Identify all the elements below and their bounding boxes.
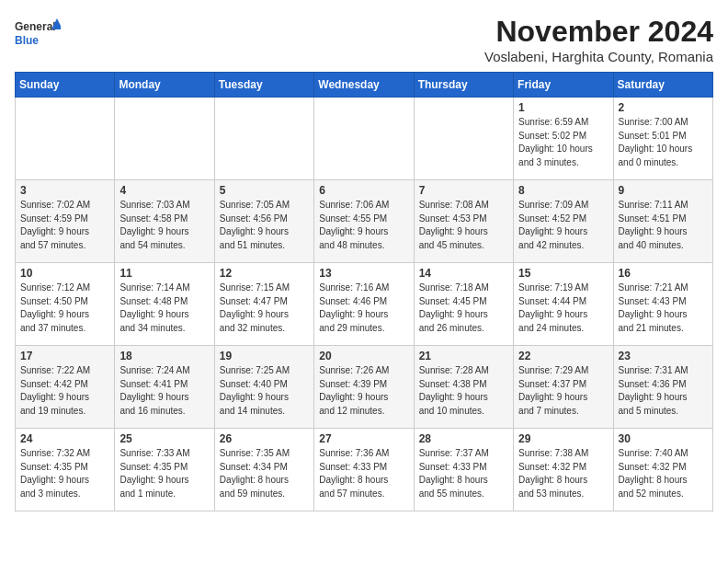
day-number: 23 (619, 350, 708, 362)
day-number: 9 (619, 184, 708, 197)
day-info: Sunrise: 7:35 AM Sunset: 4:34 PM Dayligh… (220, 447, 309, 500)
day-info: Sunrise: 7:26 AM Sunset: 4:39 PM Dayligh… (319, 364, 408, 418)
day-number: 19 (220, 350, 309, 362)
day-number: 22 (518, 350, 608, 362)
calendar-cell: 13Sunrise: 7:16 AM Sunset: 4:46 PM Dayli… (314, 263, 414, 346)
day-info: Sunrise: 7:36 AM Sunset: 4:33 PM Dayligh… (319, 447, 408, 500)
weekday-header: Saturday (613, 73, 712, 98)
day-number: 12 (220, 267, 309, 280)
day-number: 7 (419, 184, 508, 197)
day-info: Sunrise: 7:09 AM Sunset: 4:52 PM Dayligh… (518, 199, 608, 252)
day-info: Sunrise: 7:28 AM Sunset: 4:38 PM Dayligh… (419, 364, 508, 418)
calendar-cell: 21Sunrise: 7:28 AM Sunset: 4:38 PM Dayli… (414, 346, 513, 429)
day-number: 20 (319, 350, 408, 362)
day-info: Sunrise: 7:37 AM Sunset: 4:33 PM Dayligh… (419, 447, 508, 500)
day-number: 16 (619, 267, 708, 280)
day-number: 4 (119, 184, 209, 197)
day-info: Sunrise: 7:40 AM Sunset: 4:32 PM Dayligh… (619, 447, 708, 500)
calendar-cell: 8Sunrise: 7:09 AM Sunset: 4:52 PM Daylig… (514, 180, 613, 263)
day-info: Sunrise: 7:00 AM Sunset: 5:01 PM Dayligh… (619, 116, 708, 169)
day-info: Sunrise: 7:15 AM Sunset: 4:47 PM Dayligh… (220, 282, 309, 335)
calendar-week-row: 24Sunrise: 7:32 AM Sunset: 4:35 PM Dayli… (16, 429, 713, 511)
day-number: 6 (319, 184, 408, 197)
calendar-week-row: 1Sunrise: 6:59 AM Sunset: 5:02 PM Daylig… (16, 98, 713, 180)
weekday-header: Sunday (16, 73, 115, 98)
calendar-cell: 19Sunrise: 7:25 AM Sunset: 4:40 PM Dayli… (214, 346, 313, 429)
month-title: November 2024 (484, 15, 713, 49)
calendar-cell: 26Sunrise: 7:35 AM Sunset: 4:34 PM Dayli… (214, 429, 313, 511)
calendar-cell: 18Sunrise: 7:24 AM Sunset: 4:41 PM Dayli… (115, 346, 214, 429)
calendar-cell: 4Sunrise: 7:03 AM Sunset: 4:58 PM Daylig… (115, 180, 214, 263)
calendar-cell (115, 98, 214, 180)
weekday-header: Friday (514, 73, 613, 98)
day-number: 2 (619, 101, 708, 114)
day-info: Sunrise: 7:29 AM Sunset: 4:37 PM Dayligh… (518, 364, 608, 418)
calendar-cell (214, 98, 313, 180)
calendar-cell: 6Sunrise: 7:06 AM Sunset: 4:55 PM Daylig… (314, 180, 414, 263)
calendar-cell: 20Sunrise: 7:26 AM Sunset: 4:39 PM Dayli… (314, 346, 414, 429)
day-info: Sunrise: 7:18 AM Sunset: 4:45 PM Dayligh… (419, 282, 508, 335)
calendar-cell: 14Sunrise: 7:18 AM Sunset: 4:45 PM Dayli… (414, 263, 513, 346)
day-info: Sunrise: 7:12 AM Sunset: 4:50 PM Dayligh… (20, 282, 109, 335)
day-number: 17 (20, 350, 109, 362)
day-number: 29 (518, 432, 608, 445)
day-number: 26 (220, 432, 309, 445)
weekday-header: Thursday (414, 73, 513, 98)
calendar-cell: 9Sunrise: 7:11 AM Sunset: 4:51 PM Daylig… (613, 180, 712, 263)
calendar-week-row: 17Sunrise: 7:22 AM Sunset: 4:42 PM Dayli… (16, 346, 713, 429)
weekday-header: Wednesday (314, 73, 414, 98)
day-info: Sunrise: 7:02 AM Sunset: 4:59 PM Dayligh… (20, 199, 109, 252)
weekday-header: Tuesday (214, 73, 313, 98)
calendar-cell: 22Sunrise: 7:29 AM Sunset: 4:37 PM Dayli… (514, 346, 613, 429)
day-info: Sunrise: 7:24 AM Sunset: 4:41 PM Dayligh… (119, 364, 209, 418)
calendar-cell: 25Sunrise: 7:33 AM Sunset: 4:35 PM Dayli… (115, 429, 214, 511)
day-info: Sunrise: 7:21 AM Sunset: 4:43 PM Dayligh… (619, 282, 708, 335)
day-number: 27 (319, 432, 408, 445)
day-info: Sunrise: 7:33 AM Sunset: 4:35 PM Dayligh… (119, 447, 209, 500)
calendar-cell: 2Sunrise: 7:00 AM Sunset: 5:01 PM Daylig… (613, 98, 712, 180)
day-number: 24 (20, 432, 109, 445)
calendar-cell: 11Sunrise: 7:14 AM Sunset: 4:48 PM Dayli… (115, 263, 214, 346)
day-info: Sunrise: 6:59 AM Sunset: 5:02 PM Dayligh… (518, 116, 608, 169)
calendar-cell (16, 98, 115, 180)
calendar-cell: 3Sunrise: 7:02 AM Sunset: 4:59 PM Daylig… (16, 180, 115, 263)
calendar-cell (314, 98, 414, 180)
day-number: 21 (419, 350, 508, 362)
day-info: Sunrise: 7:31 AM Sunset: 4:36 PM Dayligh… (619, 364, 708, 418)
calendar-cell: 29Sunrise: 7:38 AM Sunset: 4:32 PM Dayli… (514, 429, 613, 511)
calendar-table: SundayMondayTuesdayWednesdayThursdayFrid… (15, 72, 713, 511)
title-block: November 2024 Voslabeni, Harghita County… (484, 15, 713, 64)
day-info: Sunrise: 7:38 AM Sunset: 4:32 PM Dayligh… (518, 447, 608, 500)
day-number: 18 (119, 350, 209, 362)
day-number: 11 (119, 267, 209, 280)
day-number: 15 (518, 267, 608, 280)
day-number: 30 (619, 432, 708, 445)
calendar-cell: 5Sunrise: 7:05 AM Sunset: 4:56 PM Daylig… (214, 180, 313, 263)
calendar-cell: 23Sunrise: 7:31 AM Sunset: 4:36 PM Dayli… (613, 346, 712, 429)
day-number: 13 (319, 267, 408, 280)
calendar-week-row: 3Sunrise: 7:02 AM Sunset: 4:59 PM Daylig… (16, 180, 713, 263)
page-header: General Blue November 2024 Voslabeni, Ha… (15, 15, 713, 64)
day-number: 5 (220, 184, 309, 197)
calendar-cell: 15Sunrise: 7:19 AM Sunset: 4:44 PM Dayli… (514, 263, 613, 346)
day-number: 14 (419, 267, 508, 280)
day-info: Sunrise: 7:05 AM Sunset: 4:56 PM Dayligh… (220, 199, 309, 252)
calendar-cell: 16Sunrise: 7:21 AM Sunset: 4:43 PM Dayli… (613, 263, 712, 346)
calendar-cell: 1Sunrise: 6:59 AM Sunset: 5:02 PM Daylig… (514, 98, 613, 180)
calendar-cell: 30Sunrise: 7:40 AM Sunset: 4:32 PM Dayli… (613, 429, 712, 511)
weekday-header: Monday (115, 73, 214, 98)
day-info: Sunrise: 7:08 AM Sunset: 4:53 PM Dayligh… (419, 199, 508, 252)
day-number: 25 (119, 432, 209, 445)
calendar-cell: 28Sunrise: 7:37 AM Sunset: 4:33 PM Dayli… (414, 429, 513, 511)
logo: General Blue (15, 15, 61, 52)
day-number: 10 (20, 267, 109, 280)
calendar-cell: 24Sunrise: 7:32 AM Sunset: 4:35 PM Dayli… (16, 429, 115, 511)
svg-text:General: General (15, 20, 56, 33)
location-title: Voslabeni, Harghita County, Romania (484, 49, 713, 64)
calendar-cell: 27Sunrise: 7:36 AM Sunset: 4:33 PM Dayli… (314, 429, 414, 511)
logo-svg: General Blue (15, 15, 61, 52)
day-info: Sunrise: 7:22 AM Sunset: 4:42 PM Dayligh… (20, 364, 109, 418)
calendar-cell (414, 98, 513, 180)
calendar-week-row: 10Sunrise: 7:12 AM Sunset: 4:50 PM Dayli… (16, 263, 713, 346)
day-number: 28 (419, 432, 508, 445)
